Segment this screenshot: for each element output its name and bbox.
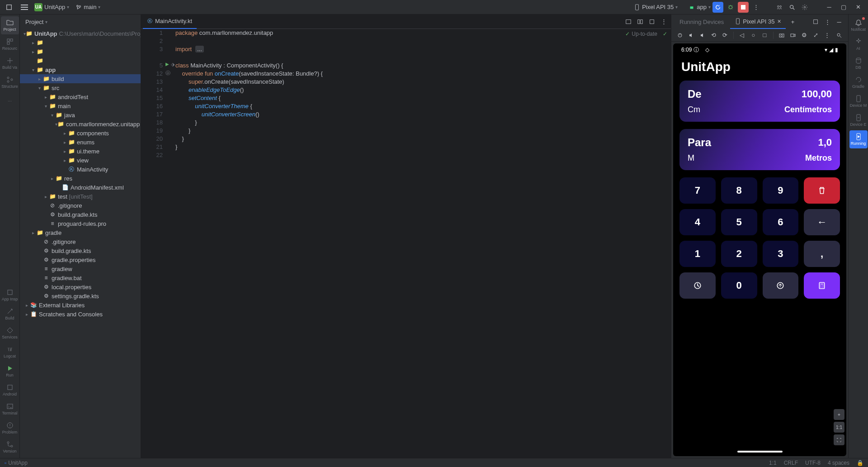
editor-split-button[interactable] bbox=[635, 16, 646, 27]
tree-item[interactable]: ≡proguard-rules.pro bbox=[20, 219, 141, 228]
device-selector[interactable]: Pixel API 35 ▾ bbox=[634, 4, 678, 10]
android-profiler-button[interactable]: Android bbox=[1, 381, 19, 399]
tree-item[interactable]: ≡gradlew bbox=[20, 264, 141, 273]
stop-button[interactable] bbox=[738, 2, 749, 13]
code-content[interactable]: package com.marllonmendez.unitapp import… bbox=[166, 29, 671, 458]
home-button[interactable]: ○ bbox=[749, 30, 758, 41]
tree-item[interactable]: ▸📁test [unitTest] bbox=[20, 192, 141, 201]
running-devices-tab[interactable]: Running Devices bbox=[675, 14, 728, 29]
tree-root[interactable]: ▾📁UnitAppC:\Users\marlo\Documents\Projec… bbox=[20, 29, 141, 38]
cursor-position[interactable]: 1:1 bbox=[769, 460, 777, 466]
tree-item[interactable]: ⊘.gitignore bbox=[20, 201, 141, 210]
git-branch-selector[interactable]: main ▾ bbox=[75, 4, 100, 10]
back-button[interactable]: ◁ bbox=[737, 30, 747, 41]
maximize-button[interactable]: ▢ bbox=[837, 3, 850, 12]
fold-button[interactable]: ⤢ bbox=[811, 30, 821, 41]
tree-item[interactable]: ⊘.gitignore bbox=[20, 237, 141, 246]
tree-item[interactable]: 📄AndroidManifest.xml bbox=[20, 183, 141, 192]
zoom-fit-button[interactable]: ⛶ bbox=[834, 434, 844, 445]
tree-item-app[interactable]: ▾📁app bbox=[20, 65, 141, 74]
tree-item[interactable]: ▾📁java bbox=[20, 110, 141, 119]
structure-button[interactable]: Structure bbox=[1, 73, 19, 91]
close-tab-icon[interactable]: × bbox=[777, 18, 781, 25]
volume-up-button[interactable] bbox=[686, 30, 696, 41]
status-project[interactable]: UnitApp bbox=[8, 460, 28, 466]
hamburger-menu-icon[interactable] bbox=[21, 5, 28, 10]
tree-item[interactable]: ⚙gradle.properties bbox=[20, 255, 141, 264]
tree-item[interactable]: ⚙build.gradle.kts bbox=[20, 246, 141, 255]
code-editor[interactable]: ✓ Up-to-date ✓ 123 512131415161718192021… bbox=[141, 29, 671, 458]
debug-button[interactable] bbox=[725, 2, 736, 13]
minimize-panel-button[interactable]: ─ bbox=[834, 16, 844, 27]
app-inspection-button[interactable]: App Insp bbox=[1, 286, 19, 304]
project-tree[interactable]: ▾📁UnitAppC:\Users\marlo\Documents\Projec… bbox=[20, 29, 141, 458]
encoding[interactable]: UTF-8 bbox=[805, 460, 821, 466]
device-tab-pixel[interactable]: Pixel API 35 × bbox=[730, 14, 785, 29]
editor-more-button[interactable]: ⋮ bbox=[658, 16, 669, 27]
terminal-button[interactable]: Terminal bbox=[1, 400, 19, 418]
database-button[interactable]: DB bbox=[849, 54, 868, 72]
window-mode-button[interactable] bbox=[810, 16, 821, 27]
tree-item[interactable]: ▸📁androidTest bbox=[20, 92, 141, 101]
search-button[interactable] bbox=[787, 2, 797, 13]
editor-design-button[interactable] bbox=[646, 16, 657, 27]
ai-assistant-button[interactable]: AI bbox=[849, 35, 868, 53]
key-8[interactable]: 8 bbox=[721, 177, 757, 204]
tree-item[interactable]: ▸📁ui.theme bbox=[20, 147, 141, 156]
key-6[interactable]: 6 bbox=[763, 209, 799, 235]
key-equals[interactable] bbox=[804, 272, 840, 299]
editor-view-mode-button[interactable] bbox=[623, 16, 634, 27]
key-history[interactable] bbox=[679, 272, 716, 299]
indent-setting[interactable]: 4 spaces bbox=[828, 460, 849, 466]
zoom-in-button[interactable]: + bbox=[834, 409, 844, 420]
key-backspace[interactable]: ← bbox=[804, 209, 840, 235]
key-swap[interactable] bbox=[763, 272, 799, 299]
to-card[interactable]: Para 1,0 M Metros bbox=[679, 129, 840, 170]
power-button[interactable] bbox=[675, 30, 684, 41]
tree-item[interactable]: ⚙settings.gradle.kts bbox=[20, 291, 141, 300]
add-device-button[interactable]: + bbox=[788, 16, 798, 27]
tree-item[interactable]: ▸📁gradle bbox=[20, 228, 141, 237]
overview-button[interactable]: □ bbox=[760, 30, 769, 41]
device-explorer-button[interactable]: Device E bbox=[849, 111, 868, 129]
key-comma[interactable]: , bbox=[804, 241, 840, 267]
build-variants-button[interactable]: Build Va bbox=[1, 54, 19, 72]
tree-item-build[interactable]: ▸📁build bbox=[20, 74, 141, 83]
gesture-bar[interactable] bbox=[737, 451, 783, 453]
key-7[interactable]: 7 bbox=[679, 177, 716, 204]
key-delete[interactable] bbox=[804, 177, 840, 204]
record-button[interactable] bbox=[788, 30, 798, 41]
key-5[interactable]: 5 bbox=[721, 209, 757, 235]
tree-item[interactable]: ▸📁 bbox=[20, 47, 141, 56]
tree-item[interactable]: ⚙build.gradle.kts bbox=[20, 210, 141, 219]
device-manager-button[interactable]: Device M bbox=[849, 92, 868, 110]
project-panel-header[interactable]: Project ▾ bbox=[20, 14, 141, 29]
key-2[interactable]: 2 bbox=[721, 241, 757, 267]
project-tool-button[interactable]: Project bbox=[1, 16, 19, 34]
rotate-left-button[interactable]: ⟲ bbox=[709, 30, 718, 41]
tree-item[interactable]: 📁 bbox=[20, 56, 141, 65]
key-3[interactable]: 3 bbox=[763, 241, 799, 267]
version-control-button[interactable]: Version bbox=[1, 438, 19, 456]
key-1[interactable]: 1 bbox=[679, 241, 716, 267]
key-9[interactable]: 9 bbox=[763, 177, 799, 204]
from-card[interactable]: De 100,00 Cm Centímetros bbox=[679, 81, 840, 122]
run-button[interactable] bbox=[712, 2, 723, 13]
device-screen[interactable]: 6:09 ⓘ ◇ ▾ ◢ ▮ UnitApp De 100,00 Cm Cent… bbox=[673, 43, 846, 456]
notifications-button[interactable]: Notificat bbox=[849, 16, 868, 34]
rotate-right-button[interactable]: ⟳ bbox=[720, 30, 730, 41]
tree-item[interactable]: ▾📁com.marllonmendez.unitapp bbox=[20, 119, 141, 129]
tree-item[interactable]: ▸📋Scratches and Consoles bbox=[20, 310, 141, 319]
zoom-11-button[interactable]: 1:1 bbox=[834, 422, 844, 433]
key-0[interactable]: 0 bbox=[721, 272, 757, 299]
more-actions-button[interactable]: ⋮ bbox=[750, 2, 761, 13]
tree-item[interactable]: ▸📁enums bbox=[20, 138, 141, 147]
tree-item[interactable]: ▸📁res bbox=[20, 174, 141, 183]
more-tools-button[interactable]: ⋯ bbox=[1, 92, 19, 110]
devices-more-button[interactable]: ⋮ bbox=[822, 16, 833, 27]
editor-tab-mainactivity[interactable]: Ⓚ MainActivity.kt bbox=[143, 14, 197, 29]
tree-item[interactable]: ▾📁src bbox=[20, 83, 141, 92]
tree-item-mainactivity[interactable]: ⓀMainActivity bbox=[20, 165, 141, 174]
run-config-selector[interactable]: app ▾ bbox=[689, 4, 711, 10]
tree-item[interactable]: ▸📚External Libraries bbox=[20, 300, 141, 310]
